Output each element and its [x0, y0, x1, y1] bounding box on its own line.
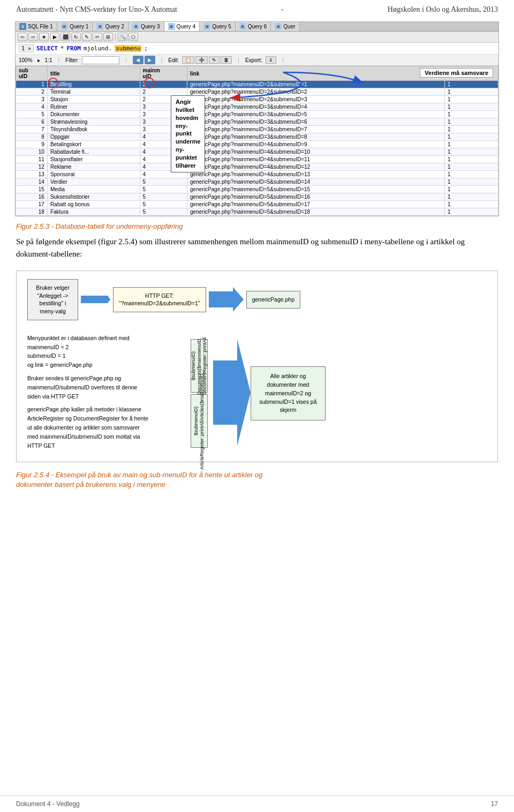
table-cell: genericPage.php?mainmenuID=3&submenuID=5 — [187, 111, 445, 118]
body-text-1: Se på følgende eksempel (figur 2.5.4) so… — [0, 230, 514, 265]
table-row: 14Verdier5genericPage.php?mainmenuID=5&s… — [16, 178, 498, 186]
table-row: 10Rabattavtale fi...4genericPage.php?mai… — [16, 148, 498, 156]
tab-query3-label: Query 3 — [141, 24, 160, 29]
tab-query4-label: Query 4 — [177, 24, 196, 29]
toolbar-btn-4[interactable]: ▶ — [50, 33, 59, 41]
edit-btn-3[interactable]: ✎ — [209, 56, 220, 64]
toolbar-btn-stop[interactable]: ⬛ — [61, 33, 70, 41]
table-cell: genericPage.php?mainmenuID=4&submenuID=9 — [187, 141, 445, 148]
table-cell: 12 — [16, 163, 48, 171]
result-line3: mainmenuID=2 og — [258, 389, 319, 398]
toolbar-btn-10[interactable]: ⬡ — [128, 33, 138, 41]
annotation-box: Angir hvilket hovedm eny- punkt underme … — [171, 95, 205, 172]
export-btn[interactable]: ⇓ — [266, 56, 276, 64]
annot-line8: punktet — [176, 154, 200, 162]
toolbar-btn-9[interactable]: 🔍 — [118, 33, 127, 41]
col-header-mainid: mainmuID — [140, 66, 187, 81]
toolbar-btn-1[interactable]: ⇦ — [18, 33, 27, 41]
table-cell: genericPage.php?mainmenuID=5&submenuID=1… — [187, 193, 445, 201]
tab-query-more[interactable]: ⊞ Quer — [271, 22, 299, 31]
flow-box-http: HTTP GET: "?maimenuID=2&submenuID=1" — [113, 287, 206, 312]
toolbar-btn-7[interactable]: ✂ — [93, 33, 102, 41]
table-cell: genericPage.php?mainmenuID=3&submenuID=6 — [187, 118, 445, 126]
nav-buttons: ◀ ▶ — [133, 56, 155, 64]
table-cell: 5 — [140, 208, 187, 216]
table-cell: 1 — [445, 111, 498, 118]
table-cell: 2 — [140, 81, 187, 88]
table-cell: 5 — [140, 201, 187, 208]
tab-sql-file-1[interactable]: S SQL File 1 — [16, 22, 57, 31]
filter-input[interactable] — [82, 56, 119, 64]
table-cell: 3 — [16, 96, 48, 103]
php-label: genericPage.php — [252, 296, 294, 303]
table-cell: Dokumenter — [47, 111, 140, 118]
table-row: 7Tilsynshåndbok3genericPage.php?mainmenu… — [16, 126, 498, 133]
table-cell: 5 — [140, 178, 187, 186]
desc-p1: Menypunktet er i databasen definert med … — [27, 334, 183, 370]
tab-queryMore-label: Quer — [283, 24, 295, 29]
result-line5: skjerm — [258, 406, 319, 415]
tab-query-6[interactable]: ⊞ Query 6 — [236, 22, 271, 31]
table-row: 2Terminal2genericPage.php?mainmenuID=2&s… — [16, 88, 498, 96]
tab-query-1[interactable]: ⊞ Query 1 — [57, 22, 93, 31]
svg-marker-7 — [213, 339, 251, 446]
line-pos: 1:1 — [45, 57, 52, 63]
table-row: 4Rutiner3genericPage.php?mainmenuID=3&su… — [16, 103, 498, 111]
toolbar-btn-3[interactable]: ★ — [39, 33, 49, 41]
table-cell: 9 — [16, 141, 48, 148]
diagram-container: Bruker velger "Anlegget -> bestilling" i… — [16, 270, 498, 462]
table-cell: genericPage.php?mainmenuID=5&submenuID=1… — [187, 186, 445, 193]
toolbar-btn-8[interactable]: ⊞ — [103, 33, 113, 41]
table-row: 5Dokumenter3genericPage.php?mainmenuID=3… — [16, 111, 498, 118]
nav-next[interactable]: ▶ — [145, 56, 155, 64]
tab-query-5[interactable]: ⊞ Query 5 — [200, 22, 236, 31]
table-cell: Rutiner — [47, 103, 140, 111]
figure-253-caption: Figur 2.5.3 - Database-tabell for underm… — [0, 220, 514, 230]
toolbar-btn-5[interactable]: ↻ — [71, 33, 81, 41]
table-cell: 7 — [16, 126, 48, 133]
table-cell: genericPage.php?mainmenuID=4&submenuID=1… — [187, 171, 445, 178]
tab-query-2[interactable]: ⊞ Query 2 — [93, 22, 128, 31]
table-cell: genericPage.php?mainmenuID=4&submenuID=1… — [187, 156, 445, 163]
table-cell: Betalingskort — [47, 141, 140, 148]
table-row: 15Media5genericPage.php?mainmenuID=5&sub… — [16, 186, 498, 193]
table-cell: Terminal — [47, 88, 140, 96]
right-flow: DocumentRegister::printAll Documents($ma… — [191, 334, 487, 454]
table-cell: Media — [47, 186, 140, 193]
box-user-line2: "Anlegget -> — [33, 292, 72, 300]
table-cell: Strømavlesning — [47, 118, 140, 126]
tab-query-4[interactable]: ⊞ Query 4 — [164, 22, 200, 31]
flow-box-php: genericPage.php — [246, 291, 300, 309]
table-cell: genericPage.php?mainmenuID=2&submenuID=3 — [187, 96, 445, 103]
toolbar-btn-6[interactable]: ✎ — [82, 33, 92, 41]
sql-table-name: mjolund. — [84, 45, 112, 52]
result-box: Alle artikler og dokumenter med mainmenu… — [251, 366, 326, 420]
table-cell: Oppgjør — [47, 133, 140, 141]
table-row: 18Faktura5genericPage.php?mainmenuID=5&s… — [16, 208, 498, 216]
callout-verdiene: Verdiene må samsvare — [420, 68, 493, 78]
table-cell: genericPage.php?mainmenuID=2&submenuID=1 — [187, 81, 445, 88]
annot-line3: hovedm — [176, 114, 200, 122]
table-cell: 1 — [16, 81, 48, 88]
figure-254-line2: dokumenter basert på brukerens valg i me… — [16, 480, 498, 490]
table-cell: 5 — [16, 111, 48, 118]
tab-query1-label: Query 1 — [70, 24, 89, 29]
table-cell: 1 — [445, 81, 498, 88]
toolbar-btn-2[interactable]: ⇨ — [28, 33, 38, 41]
table-cell: Sponsorat — [47, 171, 140, 178]
nav-prev[interactable]: ◀ — [133, 56, 143, 64]
annot-line4: eny- — [176, 122, 200, 130]
table-row: 3Stasjon2genericPage.php?mainmenuID=2&su… — [16, 96, 498, 103]
desc-p3: genericPage.php kaller på metoder i klas… — [27, 405, 183, 450]
edit-btn-1[interactable]: 📋 — [182, 56, 194, 64]
table-cell: genericPage.php?mainmenuID=3&submenuID=4 — [187, 103, 445, 111]
table-cell: 1 — [445, 96, 498, 103]
edit-buttons: 📋 ➕ ✎ 🗑 — [182, 56, 232, 64]
toolbar-sep-1 — [115, 33, 116, 41]
table-row: 9Betalingskort4genericPage.php?mainmenuI… — [16, 141, 498, 148]
edit-btn-4[interactable]: 🗑 — [221, 56, 232, 64]
tab-query5-label: Query 5 — [212, 24, 231, 29]
edit-btn-2[interactable]: ➕ — [195, 56, 208, 64]
box-http-line1: HTTP GET: — [119, 292, 200, 300]
tab-query-3[interactable]: ⊞ Query 3 — [128, 22, 164, 31]
